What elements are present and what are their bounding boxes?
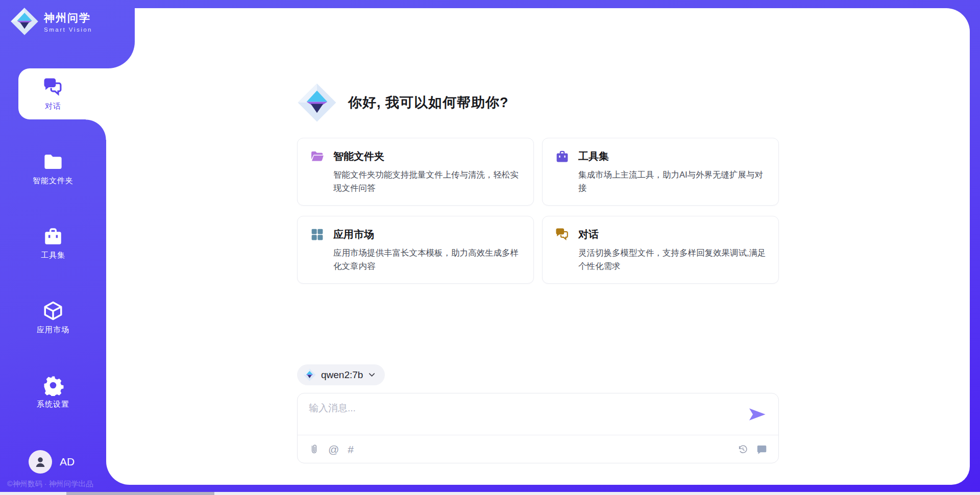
toolbox-icon [42, 226, 64, 247]
chat-bubbles-icon [42, 77, 64, 98]
sidebar-item-label: 工具集 [41, 251, 65, 260]
folder-open-icon [310, 149, 325, 164]
sidebar-item-chat[interactable]: 对话 [18, 68, 106, 119]
folder-icon [42, 151, 64, 172]
card-smart-folder[interactable]: 智能文件夹 智能文件夹功能支持批量文件上传与清洗，轻松实现文件问答 [297, 138, 534, 206]
horizontal-scrollbar-thumb[interactable] [66, 492, 214, 495]
sidebar-item-smart-folder[interactable]: 智能文件夹 [0, 143, 106, 194]
model-selector[interactable]: qwen2:7b [297, 364, 385, 385]
message-input[interactable] [309, 402, 743, 431]
card-title: 应用市场 [333, 228, 374, 241]
hashtag-icon[interactable]: # [348, 444, 354, 455]
feature-cards: 智能文件夹 智能文件夹功能支持批量文件上传与清洗，轻松实现文件问答 工具集 集成… [297, 138, 779, 284]
sidebar-nav: 对话 智能文件夹 工具集 应用市场 系统设置 [0, 68, 106, 417]
card-title: 对话 [578, 228, 599, 241]
card-toolbox[interactable]: 工具集 集成市场上主流工具，助力AI与外界无缝扩展与对接 [542, 138, 779, 206]
card-description: 应用市场提供丰富长文本模板，助力高效生成多样化文章内容 [333, 246, 521, 273]
main-content: 你好, 我可以如何帮助你? 智能文件夹 智能文件夹功能支持批量文件上传与清洗，轻… [106, 8, 970, 485]
card-app-market[interactable]: 应用市场 应用市场提供丰富长文本模板，助力高效生成多样化文章内容 [297, 216, 534, 284]
chat-bubble-icon[interactable] [756, 444, 767, 455]
sidebar-item-label: 对话 [45, 102, 61, 111]
greeting-row: 你好, 我可以如何帮助你? [297, 83, 779, 122]
card-description: 智能文件夹功能支持批量文件上传与清洗，轻松实现文件问答 [333, 168, 521, 194]
history-icon[interactable] [738, 444, 748, 455]
horizontal-scrollbar [0, 492, 980, 495]
brand-name: 神州问学 [44, 11, 92, 25]
sidebar-item-label: 系统设置 [37, 400, 69, 409]
brand-subtitle: Smart Vision [44, 27, 92, 33]
send-icon[interactable] [749, 407, 766, 422]
user-name: AD [60, 456, 75, 468]
greeting-title: 你好, 我可以如何帮助你? [348, 93, 509, 112]
greeting-gem-icon [297, 83, 337, 122]
sidebar-item-app-market[interactable]: 应用市场 [0, 292, 106, 343]
card-description: 灵活切换多模型文件，支持多样回复效果调试,满足个性化需求 [578, 246, 766, 273]
copyright: ©神州数码 · 神州问学出品 [7, 479, 93, 489]
model-name: qwen2:7b [321, 369, 363, 381]
card-title: 工具集 [578, 150, 609, 163]
toolbox-icon [555, 149, 570, 164]
chevron-down-icon [368, 371, 376, 379]
avatar [29, 450, 52, 474]
gear-icon [42, 375, 64, 396]
cube-icon [42, 300, 64, 321]
attachment-icon[interactable] [309, 444, 320, 455]
card-title: 智能文件夹 [333, 150, 384, 163]
grid-icon [310, 227, 325, 242]
sidebar: 神州问学 Smart Vision 对话 智能文件夹 工具集 [0, 0, 106, 495]
sidebar-item-label: 应用市场 [37, 325, 69, 335]
sidebar-item-label: 智能文件夹 [33, 176, 74, 186]
brand-gem-icon [10, 7, 39, 36]
card-description: 集成市场上主流工具，助力AI与外界无缝扩展与对接 [578, 168, 766, 194]
mention-icon[interactable]: @ [328, 444, 339, 455]
brand-logo: 神州问学 Smart Vision [10, 7, 92, 36]
chat-bubbles-icon [555, 227, 570, 242]
sidebar-item-settings[interactable]: 系统设置 [0, 366, 106, 417]
user-avatar-icon [33, 455, 47, 469]
composer-toolbar: @ # [298, 435, 778, 463]
user-account[interactable]: AD [29, 450, 75, 474]
message-composer: @ # [297, 393, 779, 463]
sidebar-item-toolbox[interactable]: 工具集 [0, 217, 106, 268]
card-chat[interactable]: 对话 灵活切换多模型文件，支持多样回复效果调试,满足个性化需求 [542, 216, 779, 284]
model-gem-icon [303, 368, 316, 381]
